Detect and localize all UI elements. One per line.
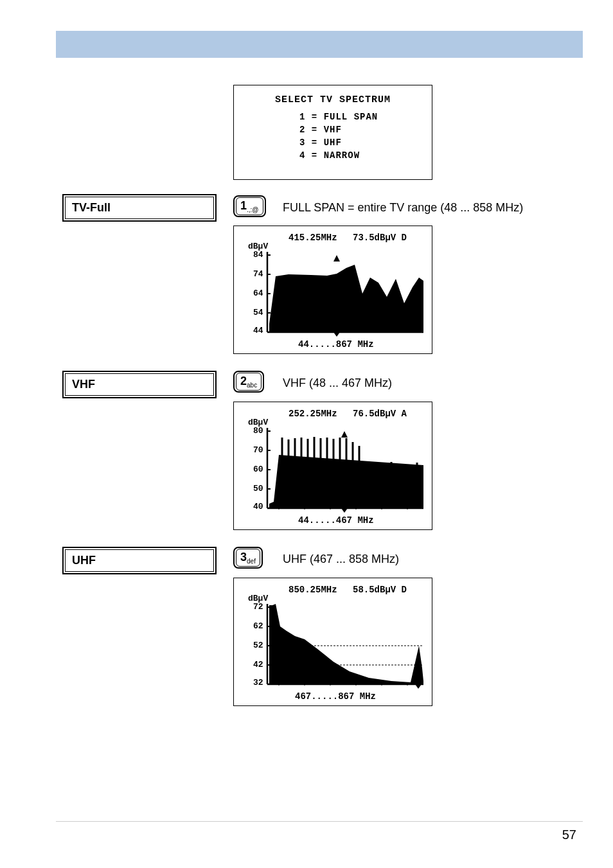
marker-down-icon	[333, 255, 340, 261]
chart-header-freq: 252.25MHz	[289, 409, 337, 419]
chart-header-freq: 850.25MHz	[289, 585, 337, 595]
ytick: 54	[253, 308, 263, 317]
chart-svg: 415.25MHz 73.5dBµV D dBµV 84 74 64 54 44…	[234, 226, 433, 355]
footer-divider	[56, 821, 583, 822]
spectrum-chart-vhf: 252.25MHz 76.5dBµV A dBµV 80 70 60 50 40…	[233, 402, 432, 530]
top-banner	[56, 31, 583, 58]
side-label-uhf: UHF	[62, 547, 217, 574]
side-label-text: TV-Full	[65, 197, 214, 219]
keypad-button-inner: 3def	[236, 549, 260, 567]
chart-xlabel: 467.....867 MHz	[295, 691, 376, 702]
chart-header-level: 58.5dBµV D	[353, 585, 407, 595]
chart-svg: 252.25MHz 76.5dBµV A dBµV 80 70 60 50 40…	[234, 402, 433, 531]
key-number: 3	[240, 551, 247, 563]
ytick: 50	[253, 484, 263, 493]
chart-header-freq: 415.25MHz	[289, 233, 337, 243]
side-label-vhf: VHF	[62, 371, 217, 398]
spectrum-chart-uhf: 850.25MHz 58.5dBµV D dBµV 72 62 52 42 32…	[233, 578, 432, 706]
spectrum-chart-fullspan: 415.25MHz 73.5dBµV D dBµV 84 74 64 54 44…	[233, 226, 432, 354]
side-label-text: UHF	[65, 549, 214, 572]
chart-header-level: 73.5dBµV D	[353, 233, 407, 243]
chart-xlabel: 44.....467 MHz	[298, 515, 374, 526]
ytick: 74	[253, 269, 263, 279]
ytick: 40	[253, 502, 263, 511]
menu-screen: SELECT TV SPECTRUM 1 = FULL SPAN 2 = VHF…	[233, 85, 432, 180]
page-number: 57	[562, 828, 576, 842]
keypad-button-1[interactable]: 1.,:@	[233, 195, 266, 217]
key-subscript: .,:@	[247, 206, 259, 213]
ytick: 32	[253, 678, 263, 687]
desc-vhf: VHF (48 ... 467 MHz)	[283, 376, 392, 390]
side-label-text: VHF	[65, 373, 214, 396]
side-label-tvfull: TV-Full	[62, 194, 217, 222]
menu-option-3: 3 = UHF	[234, 137, 432, 148]
menu-title: SELECT TV SPECTRUM	[234, 94, 432, 105]
marker-up-icon	[415, 684, 422, 689]
ytick: 60	[253, 465, 263, 474]
menu-option-1: 1 = FULL SPAN	[234, 112, 432, 122]
keypad-button-inner: 2abc	[236, 373, 262, 391]
ytick: 84	[253, 250, 263, 260]
desc-tvfull: FULL SPAN = entire TV range (48 ... 858 …	[283, 201, 523, 215]
ytick: 52	[253, 641, 263, 650]
ytick: 44	[253, 326, 263, 335]
keypad-button-inner: 1.,:@	[236, 197, 263, 215]
ytick: 64	[253, 288, 263, 298]
key-subscript: def	[247, 558, 256, 565]
marker-up-icon	[333, 332, 340, 337]
spectrum-fill	[269, 604, 423, 684]
ytick: 80	[253, 426, 263, 436]
chart-svg: 850.25MHz 58.5dBµV D dBµV 72 62 52 42 32…	[234, 578, 433, 707]
keypad-button-2[interactable]: 2abc	[233, 371, 264, 393]
key-subscript: abc	[247, 382, 257, 389]
spectrum-fill	[269, 265, 423, 332]
ytick: 42	[253, 660, 263, 669]
key-number: 2	[240, 375, 247, 387]
key-number: 1	[240, 199, 247, 212]
ytick: 72	[253, 602, 263, 612]
chart-xlabel: 44.....867 MHz	[298, 339, 374, 350]
marker-up-icon	[341, 508, 348, 513]
ytick: 62	[253, 621, 263, 631]
desc-uhf: UHF (467 ... 858 MHz)	[283, 553, 399, 566]
chart-header-level: 76.5dBµV A	[353, 409, 407, 419]
menu-option-4: 4 = NARROW	[234, 150, 432, 161]
marker-down-icon	[341, 431, 348, 438]
menu-option-2: 2 = VHF	[234, 125, 432, 135]
ytick: 70	[253, 445, 263, 455]
keypad-button-3[interactable]: 3def	[233, 547, 263, 569]
